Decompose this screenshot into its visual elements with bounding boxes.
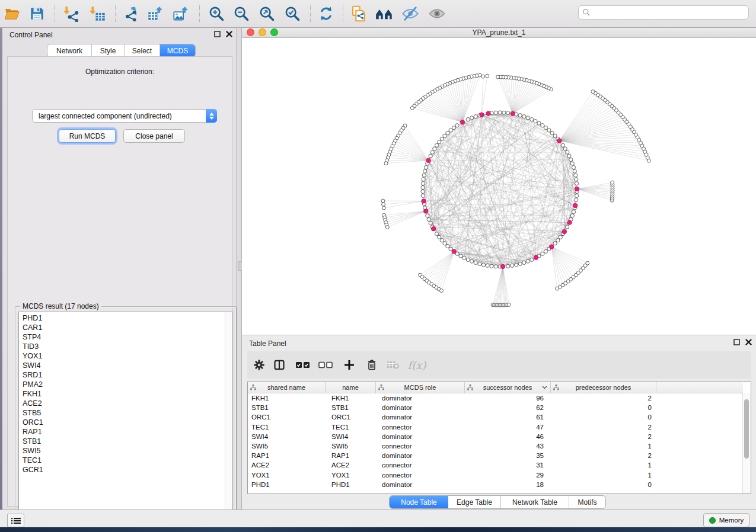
graph-mcds-hub-node[interactable] xyxy=(575,187,579,191)
graph-node[interactable] xyxy=(541,124,544,127)
graph-node[interactable] xyxy=(575,182,579,185)
graph-node[interactable] xyxy=(421,190,425,193)
export-table-icon[interactable] xyxy=(145,4,165,24)
graph-leaf-node[interactable] xyxy=(611,181,614,184)
close-window-icon[interactable] xyxy=(247,28,254,36)
graph-leaf-node[interactable] xyxy=(384,162,388,165)
mcds-result-item[interactable]: PHD1 xyxy=(23,313,232,323)
graph-node[interactable] xyxy=(470,259,474,263)
graph-node[interactable] xyxy=(421,194,425,197)
graph-node[interactable] xyxy=(440,137,444,140)
graph-node[interactable] xyxy=(494,111,497,114)
graph-node[interactable] xyxy=(494,265,497,268)
graph-node[interactable] xyxy=(522,261,526,264)
graph-node[interactable] xyxy=(530,118,534,121)
select-all-icon[interactable] xyxy=(295,361,311,369)
graph-mcds-hub-node[interactable] xyxy=(500,264,505,268)
graph-mcds-hub-node[interactable] xyxy=(562,229,566,233)
graph-node[interactable] xyxy=(556,239,560,242)
table-row[interactable]: RAP1RAP1dominator352 xyxy=(248,451,743,460)
graph-node[interactable] xyxy=(466,118,470,121)
tab-network[interactable]: Network xyxy=(47,44,92,57)
mcds-result-item[interactable]: FKH1 xyxy=(23,389,232,399)
table-row[interactable]: ACE2ACE2connector311 xyxy=(248,460,743,470)
close-panel-icon[interactable] xyxy=(745,339,752,345)
graph-node[interactable] xyxy=(429,154,432,158)
graph-mcds-hub-node[interactable] xyxy=(452,249,456,254)
refresh-view-icon[interactable] xyxy=(316,4,336,24)
mcds-result-item[interactable]: TEC1 xyxy=(23,456,232,465)
graph-node[interactable] xyxy=(430,150,434,154)
graph-mcds-hub-node[interactable] xyxy=(567,220,572,225)
graph-node[interactable] xyxy=(567,154,571,158)
tab-mcds[interactable]: MCDS xyxy=(160,44,195,57)
table-row[interactable]: YOX1YOX1connector291 xyxy=(248,470,743,480)
table-row[interactable]: PHD1PHD1dominator180 xyxy=(248,480,743,489)
graph-node[interactable] xyxy=(462,256,466,259)
graph-node[interactable] xyxy=(449,129,452,132)
search-input[interactable] xyxy=(593,8,745,17)
graph-leaf-node[interactable] xyxy=(496,75,500,79)
graph-node[interactable] xyxy=(570,214,574,217)
table-header[interactable]: shared namenameMCDS rolesuccessor nodesp… xyxy=(248,382,743,393)
graph-mcds-hub-node[interactable] xyxy=(486,111,490,116)
close-panel-button[interactable]: Close panel xyxy=(123,129,185,143)
mcds-result-list[interactable]: PHD1CAR1STP4TID3YOX1SWI4SRD1PMA2FKH1ACE2… xyxy=(18,312,233,524)
graph-node[interactable] xyxy=(526,259,529,263)
tab-select[interactable]: Select xyxy=(125,44,160,57)
tab-style[interactable]: Style xyxy=(92,44,125,57)
graph-node[interactable] xyxy=(572,210,575,213)
mcds-result-item[interactable]: CAR1 xyxy=(23,323,232,332)
mcds-result-item[interactable]: STB5 xyxy=(23,408,232,418)
graph-mcds-hub-node[interactable] xyxy=(557,139,562,143)
graph-leaf-node[interactable] xyxy=(382,206,385,210)
graph-node[interactable] xyxy=(544,249,547,253)
search-box[interactable] xyxy=(578,5,749,20)
mcds-result-item[interactable]: YOX1 xyxy=(23,351,232,361)
graph-node[interactable] xyxy=(446,131,449,134)
graph-node[interactable] xyxy=(440,239,444,242)
export-image-icon[interactable] xyxy=(171,4,191,24)
graph-node[interactable] xyxy=(553,242,557,245)
close-panel-icon[interactable] xyxy=(226,31,232,37)
deselect-all-icon[interactable] xyxy=(318,361,333,368)
float-panel-icon[interactable] xyxy=(214,31,221,37)
graph-node[interactable] xyxy=(422,178,425,181)
mcds-result-item[interactable]: ORC1 xyxy=(23,418,232,427)
graph-node[interactable] xyxy=(511,264,514,267)
mcds-result-item[interactable]: TID3 xyxy=(23,342,232,351)
graph-node[interactable] xyxy=(506,111,510,115)
table-row[interactable]: STB1STB1dominator620 xyxy=(248,403,743,412)
graph-node[interactable] xyxy=(574,174,578,177)
column-header-predecessor-nodes[interactable]: predecessor nodes xyxy=(551,382,656,393)
graph-node[interactable] xyxy=(435,232,439,236)
graph-node[interactable] xyxy=(506,264,510,268)
show-columns-icon[interactable] xyxy=(273,359,285,371)
graph-node[interactable] xyxy=(541,252,544,255)
graph-node[interactable] xyxy=(566,225,569,229)
graph-leaf-node[interactable] xyxy=(591,90,595,94)
table-row[interactable]: FKH1FKH1dominator962 xyxy=(248,393,743,403)
graph-node[interactable] xyxy=(452,126,455,130)
graph-leaf-node[interactable] xyxy=(507,303,511,306)
graph-node[interactable] xyxy=(470,116,474,120)
graph-mcds-hub-node[interactable] xyxy=(426,158,430,162)
graph-node[interactable] xyxy=(474,115,477,118)
run-mcds-button[interactable]: Run MCDS xyxy=(59,129,116,143)
graph-leaf-node[interactable] xyxy=(410,106,414,110)
graph-leaf-node[interactable] xyxy=(440,289,444,293)
mcds-list-scrollbar[interactable] xyxy=(225,312,232,523)
graph-leaf-node[interactable] xyxy=(385,226,389,229)
graph-node[interactable] xyxy=(421,185,425,189)
graph-mcds-hub-node[interactable] xyxy=(424,209,428,213)
zoom-out-icon[interactable] xyxy=(231,4,251,24)
graph-node[interactable] xyxy=(569,158,573,161)
graph-mcds-hub-node[interactable] xyxy=(511,111,515,116)
table-row[interactable]: ORC1ORC1dominator610 xyxy=(248,412,743,422)
graph-node[interactable] xyxy=(466,258,470,261)
graph-node[interactable] xyxy=(550,131,554,134)
zoom-fit-icon[interactable] xyxy=(257,4,277,24)
table-scrollbar[interactable] xyxy=(742,393,751,493)
vertical-splitter[interactable] xyxy=(237,27,242,509)
graph-node[interactable] xyxy=(449,247,452,251)
